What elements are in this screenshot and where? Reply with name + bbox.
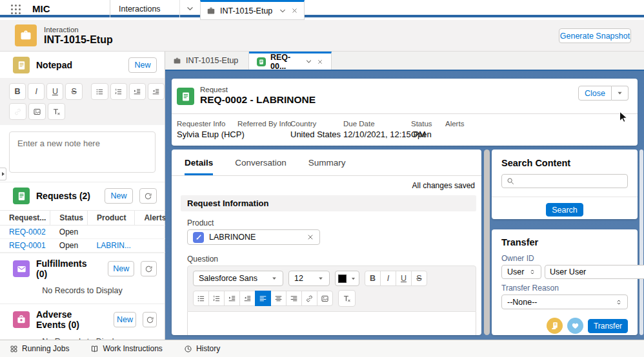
close-icon[interactable] [291, 7, 298, 14]
column-header-request[interactable]: Request... [0, 211, 50, 226]
tab-details[interactable]: Details [185, 158, 213, 175]
outdent-button[interactable] [239, 291, 256, 306]
strikethrough-button[interactable]: S [411, 271, 427, 286]
chevron-down-icon[interactable] [279, 7, 287, 15]
close-dropdown-button[interactable] [612, 86, 629, 101]
text-color-picker[interactable] [335, 271, 359, 286]
align-right-button[interactable] [286, 291, 302, 306]
tab-summary[interactable]: Summary [308, 158, 346, 175]
tab-conversation[interactable]: Conversation [235, 158, 287, 175]
utility-history[interactable]: History [180, 340, 224, 357]
search-field [501, 174, 628, 188]
adverse-events-refresh-button[interactable] [143, 312, 157, 327]
bold-button[interactable]: B [365, 271, 381, 286]
owner-lookup-input[interactable] [550, 267, 644, 276]
app-name: MIC [32, 3, 50, 14]
italic-button[interactable]: I [28, 83, 45, 100]
close-icon[interactable] [317, 59, 323, 65]
font-size-select[interactable]: 12 [288, 271, 330, 286]
numbered-list-button[interactable] [208, 291, 225, 306]
clear-formatting-button[interactable] [48, 103, 65, 120]
field-status: Status Open [411, 120, 432, 139]
insert-link-button[interactable] [9, 103, 26, 120]
nav-tab-interactions[interactable]: Interactions [110, 0, 179, 17]
generate-snapshot-button[interactable]: Generate Snapshot [559, 28, 631, 43]
indent-button[interactable] [129, 83, 146, 100]
subtab-interaction[interactable]: INT-1015-Etup [165, 52, 249, 70]
nav-tab-interactions-dropdown[interactable] [179, 0, 200, 17]
bold-button[interactable]: B [9, 83, 26, 100]
insert-link-button[interactable] [301, 291, 317, 306]
note-input[interactable]: Enter a new note here [9, 131, 156, 173]
bullet-list-button[interactable] [91, 83, 108, 100]
notepad-toolbar: B I U S [0, 78, 165, 125]
utility-work-instructions[interactable]: Work Instructions [86, 340, 166, 357]
sidebar-collapse-handle[interactable] [0, 168, 6, 180]
insert-image-button[interactable] [28, 103, 46, 120]
fulfillments-new-button[interactable]: New [108, 261, 134, 276]
close-button[interactable]: Close [578, 86, 612, 101]
request-link[interactable]: REQ-0002 [9, 227, 46, 236]
clear-formatting-button[interactable] [338, 290, 356, 307]
requests-new-button[interactable]: New [105, 188, 133, 204]
align-left-button[interactable] [255, 291, 271, 306]
briefcase-icon [206, 6, 216, 15]
transfer-button[interactable]: Transfer [588, 319, 628, 333]
indent-button[interactable] [224, 291, 240, 306]
field-referred-by-info: Referred By Info [237, 120, 292, 130]
utility-history-label: History [196, 344, 220, 353]
table-row: REQ-0002 Open [0, 226, 170, 239]
transfer-reason-select[interactable]: --None-- [501, 294, 628, 309]
field-requester-info: Requester Info Sylvia Etup (HCP) [177, 120, 245, 139]
numbered-list-button[interactable] [110, 83, 127, 100]
field-alerts: Alerts [445, 120, 464, 130]
request-link[interactable]: REQ-0001 [9, 241, 46, 250]
font-select-value: Salesforce Sans [199, 274, 257, 283]
product-link[interactable]: LABRIN... [97, 241, 131, 250]
remove-product-icon[interactable] [307, 233, 314, 241]
card-divider [492, 197, 638, 197]
search-button[interactable]: Search [546, 203, 583, 217]
adverse-events-new-button[interactable]: New [114, 312, 136, 327]
panel-scrollbar[interactable] [639, 150, 643, 335]
app-launcher-icon[interactable] [11, 5, 21, 15]
transfer-ownership-icon[interactable] [547, 318, 563, 334]
notepad-new-button[interactable]: New [128, 57, 157, 73]
utility-running-jobs-label: Running Jobs [22, 344, 69, 353]
font-select[interactable]: Salesforce Sans [193, 271, 283, 286]
notepad-section: Notepad New B I U S [0, 52, 165, 173]
search-content-title: Search Content [501, 158, 638, 168]
status-cell: Open [50, 239, 88, 253]
heart-icon[interactable] [567, 318, 583, 334]
fulfillments-refresh-button[interactable] [141, 261, 157, 276]
underline-button[interactable]: U [396, 271, 412, 286]
owner-type-value: User [507, 267, 524, 276]
utility-running-jobs[interactable]: Running Jobs [6, 340, 73, 357]
question-editor-area[interactable] [187, 312, 476, 335]
underline-button[interactable]: U [46, 83, 63, 100]
italic-button[interactable]: I [380, 271, 396, 286]
search-input[interactable] [518, 177, 623, 186]
column-header-status[interactable]: Status [50, 211, 88, 226]
strikethrough-button[interactable]: S [65, 83, 82, 100]
adverse-events-icon [13, 311, 30, 328]
subtab-interaction-label: INT-1015-Etup [186, 56, 238, 65]
outdent-button[interactable] [148, 83, 165, 100]
requests-refresh-button[interactable] [139, 188, 157, 204]
chevron-down-icon[interactable] [305, 58, 312, 65]
align-center-button[interactable] [270, 291, 287, 306]
details-scrollbar[interactable] [484, 150, 490, 335]
request-details-card: Details Conversation Summary All changes… [172, 150, 481, 335]
insert-image-button[interactable] [317, 291, 333, 306]
owner-type-select[interactable]: User [501, 265, 541, 279]
bullet-list-button[interactable] [193, 291, 209, 306]
workspace-tab-int-1015-etup[interactable]: INT-1015-Etup [200, 0, 305, 20]
record-type-label: Interaction [44, 26, 113, 34]
adverse-events-title: Adverse Events (0) [36, 309, 101, 330]
subtab-request[interactable]: REQ-00... [249, 52, 332, 70]
column-header-product[interactable]: Product [88, 211, 135, 226]
transfer-title: Transfer [501, 237, 638, 247]
save-status: All changes saved [172, 176, 481, 193]
fulfillments-section: Fulfillments (0) New No Records to Displ… [0, 253, 165, 304]
request-icon [177, 88, 194, 105]
